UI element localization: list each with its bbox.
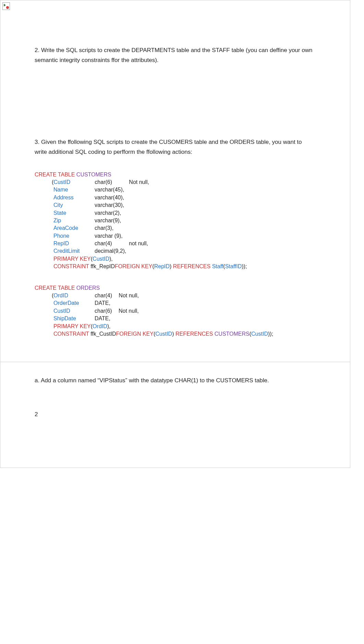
sql-block-orders: CREATE TABLE ORDERS (OrdIDchar(4)Not nul…: [35, 284, 316, 338]
broken-image-icon: [2, 2, 10, 10]
document-page: 2. Write the SQL scripts to create the D…: [0, 0, 350, 468]
sql-keyword: CREATE TABLE: [35, 285, 75, 291]
sql-columns: (CustIDchar(6)Not null, Namevarchar(45),…: [35, 178, 316, 255]
sql-keyword: CREATE TABLE: [35, 172, 75, 177]
sql-columns: (OrdIDchar(4)Not null, OrderDateDATE, Cu…: [35, 292, 316, 323]
sql-table-name: ORDERS: [76, 285, 100, 291]
page-content-lower: a. Add a column named “VIPStatus” with t…: [0, 362, 350, 468]
sql-primary-key: PRIMARY KEY(OrdID),: [35, 323, 316, 330]
sql-constraint: CONSTRAINT ffk_CustIDFOREIGN KEY(CustID)…: [35, 330, 316, 338]
sql-primary-key: PRIMARY KEY(CustID),: [35, 255, 316, 263]
page-content: 2. Write the SQL scripts to create the D…: [0, 11, 350, 362]
sql-block-customers: CREATE TABLE CUSTOMERS (CustIDchar(6)Not…: [35, 171, 316, 271]
question-3a: a. Add a column named “VIPStatus” with t…: [35, 376, 316, 386]
question-3: 3. Given the ffollowing SQL scripts to c…: [35, 137, 316, 157]
sql-constraint: CONSTRAINT ffk_RepIDFOREIGN KEY(RepID) R…: [35, 263, 316, 270]
page-number: 2: [35, 410, 316, 447]
sql-table-name: CUSTOMERS: [76, 172, 111, 177]
question-2: 2. Write the SQL scripts to create the D…: [35, 46, 316, 65]
